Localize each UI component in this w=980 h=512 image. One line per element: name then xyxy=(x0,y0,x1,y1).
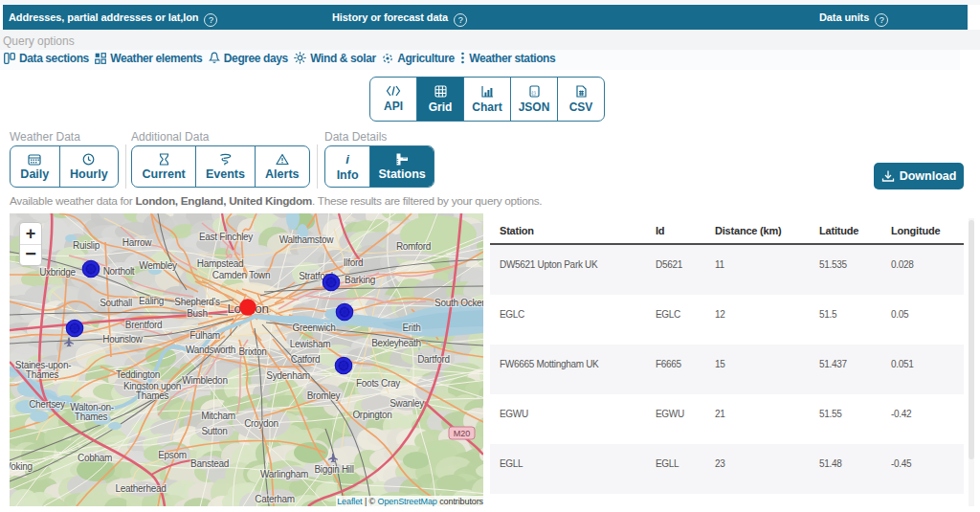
svg-text:Mitcham: Mitcham xyxy=(201,411,235,421)
svg-text:Epsom: Epsom xyxy=(158,450,187,460)
svg-text:Biggin Hill: Biggin Hill xyxy=(314,464,353,475)
svg-text:Sydenham: Sydenham xyxy=(266,370,309,381)
svg-text:Leatherhead: Leatherhead xyxy=(116,483,167,494)
svg-text:Romford: Romford xyxy=(396,241,431,252)
svg-text:South Ockend: South Ockend xyxy=(434,298,483,308)
svg-text:Brentford: Brentford xyxy=(125,320,162,330)
svg-text:Lewisham: Lewisham xyxy=(290,339,331,349)
svg-text:Greenwich: Greenwich xyxy=(292,323,335,333)
svg-text:Swanley: Swanley xyxy=(390,398,424,409)
svg-text:Dartford: Dartford xyxy=(417,354,450,365)
svg-text:Sutton: Sutton xyxy=(201,426,227,436)
svg-text:Ruislip: Ruislip xyxy=(73,240,100,251)
svg-text:Foots Cray: Foots Cray xyxy=(356,378,400,389)
svg-text:Teddington: Teddington xyxy=(116,369,160,380)
svg-text:Woking: Woking xyxy=(10,461,33,472)
svg-text:Hounslow: Hounslow xyxy=(102,334,144,345)
svg-text:Southall: Southall xyxy=(100,298,132,308)
svg-text:Barking: Barking xyxy=(345,275,375,285)
svg-text:Shepherd's: Shepherd's xyxy=(174,297,220,307)
svg-text:Erith: Erith xyxy=(402,323,420,333)
svg-text:M20: M20 xyxy=(454,429,471,438)
svg-text:Croydon: Croydon xyxy=(244,418,278,429)
svg-text:Hampstead: Hampstead xyxy=(197,258,243,269)
svg-text:Fulham: Fulham xyxy=(189,330,220,341)
svg-text:Thames: Thames xyxy=(136,390,169,401)
svg-text:Cobham: Cobham xyxy=(78,453,112,463)
svg-text:Ilford: Ilford xyxy=(344,257,363,268)
svg-text:Thames: Thames xyxy=(75,412,108,422)
svg-text:Walthamstow: Walthamstow xyxy=(279,234,334,245)
svg-text:Ealing: Ealing xyxy=(139,296,164,306)
svg-text:Bexleyheath: Bexleyheath xyxy=(371,338,421,348)
svg-text:Wembley: Wembley xyxy=(139,260,177,271)
svg-text:Wimbledon: Wimbledon xyxy=(182,375,227,386)
svg-text:Chertsey: Chertsey xyxy=(29,399,65,410)
svg-text:Thames: Thames xyxy=(26,369,59,380)
svg-text:Orpington: Orpington xyxy=(352,410,391,420)
svg-text:{;}: {;} xyxy=(531,91,536,96)
svg-text:East Finchley: East Finchley xyxy=(199,232,253,242)
svg-text:Uxbridge: Uxbridge xyxy=(39,267,76,278)
svg-text:Brixton: Brixton xyxy=(238,346,266,357)
svg-text:Wandsworth: Wandsworth xyxy=(186,345,235,355)
svg-text:Harrow: Harrow xyxy=(122,237,153,248)
svg-text:Banstead: Banstead xyxy=(190,458,229,469)
svg-text:Warlingham: Warlingham xyxy=(260,469,308,479)
svg-text:Northolt: Northolt xyxy=(103,266,135,277)
svg-text:Bush: Bush xyxy=(187,308,208,319)
svg-text:Catford: Catford xyxy=(291,354,321,365)
svg-text:Caterham: Caterham xyxy=(255,494,295,504)
svg-text:Bromley: Bromley xyxy=(307,390,341,401)
svg-text:Camden Town: Camden Town xyxy=(212,270,270,280)
